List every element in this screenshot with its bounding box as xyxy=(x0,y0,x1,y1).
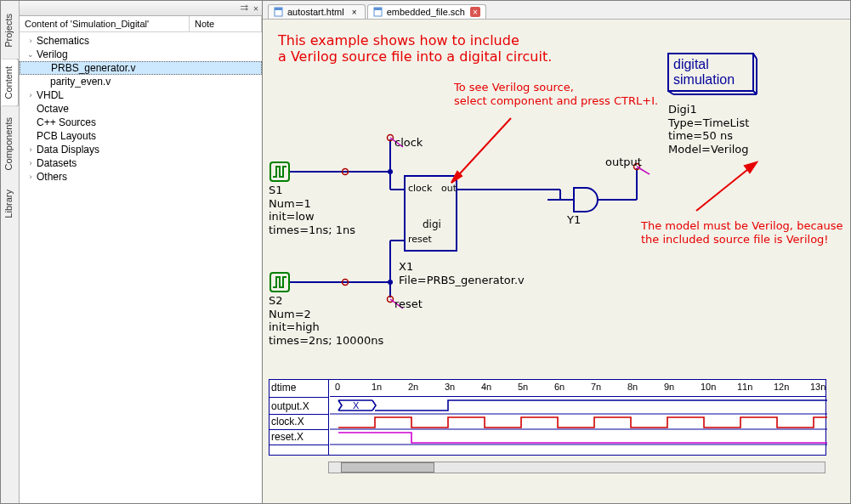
timing-waves: X xyxy=(330,397,827,446)
tree-item[interactable]: ›Schematics xyxy=(20,34,262,48)
editor-tab-label: embedded_file.sch xyxy=(387,7,465,17)
close-tab-icon[interactable]: × xyxy=(470,7,480,17)
port-reset: reset xyxy=(408,234,432,245)
timing-row-0: output.X xyxy=(271,400,309,412)
tree-col-note[interactable]: Note xyxy=(190,16,262,31)
tree-item-label: parity_even.v xyxy=(50,76,111,88)
content-panel: ⮆ ✕ Content of 'Simulation_Digital' Note… xyxy=(20,1,263,503)
side-tab-content[interactable]: Content xyxy=(1,59,19,107)
timing-tick: 6n xyxy=(554,382,564,392)
svg-text:X: X xyxy=(353,400,360,411)
timing-tick: 9n xyxy=(664,382,674,392)
s2-label: S2 Num=2 init=high times=2ns; 10000ns xyxy=(269,294,383,347)
timing-tick: 2n xyxy=(408,382,418,392)
timing-tick: 7n xyxy=(591,382,601,392)
timing-header-label: dtime xyxy=(271,382,296,394)
tree-item-label: Verilog xyxy=(37,48,68,60)
net-clock-label: clock xyxy=(394,136,423,150)
tree-item[interactable]: PCB Layouts xyxy=(20,129,262,143)
chevron-icon[interactable]: › xyxy=(26,173,35,181)
timing-scrollbar[interactable] xyxy=(328,462,825,473)
timing-tick: 13n xyxy=(810,382,825,392)
tree-item-label: Octave xyxy=(37,103,69,115)
main-area: autostart.html×embedded_file.sch× xyxy=(263,1,850,503)
panel-titlebar: ⮆ ✕ xyxy=(20,1,262,16)
schematic-canvas[interactable]: This example shows how to include a Veri… xyxy=(263,20,850,503)
file-icon xyxy=(373,7,383,17)
timing-tick: 10n xyxy=(701,382,716,392)
tree-item[interactable]: PRBS_generator.v xyxy=(20,61,262,75)
timing-tick: 8n xyxy=(627,382,638,392)
timing-row-2: reset.X xyxy=(271,431,304,443)
net-reset-label: reset xyxy=(394,297,423,311)
timing-tick: 12n xyxy=(774,382,789,392)
timing-diagram[interactable]: dtime output.X clock.X reset.X 01n2n3n4n… xyxy=(269,379,826,456)
digi-label: digi xyxy=(423,218,441,230)
tree-item[interactable]: ⌄Verilog xyxy=(20,48,262,61)
y1-label: Y1 xyxy=(567,213,581,227)
tree-header: Content of 'Simulation_Digital' Note xyxy=(20,16,262,32)
chevron-icon[interactable]: › xyxy=(26,159,35,167)
tree-item-label: Datasets xyxy=(37,157,77,169)
tree-item-label: PCB Layouts xyxy=(37,130,96,142)
port-out: out xyxy=(441,183,457,194)
file-icon xyxy=(274,7,284,17)
timing-tick: 1n xyxy=(372,382,382,392)
tip-text: To see Verilog source, select component … xyxy=(454,81,658,107)
tree-col-content[interactable]: Content of 'Simulation_Digital' xyxy=(20,16,190,31)
timing-scroll-thumb[interactable] xyxy=(341,462,434,473)
intro-text: This example shows how to include a Veri… xyxy=(278,32,552,65)
tree-item[interactable]: ›VHDL xyxy=(20,88,262,102)
chevron-icon[interactable]: › xyxy=(26,145,35,154)
app-window: Projects Content Components Library ⮆ ✕ … xyxy=(0,0,851,504)
pin-icon[interactable]: ⮆ xyxy=(240,3,248,13)
svg-line-32 xyxy=(451,118,511,183)
tree-item-label: Data Displays xyxy=(37,144,99,156)
editor-tab-label: autostart.html xyxy=(287,7,344,17)
timing-ticks: 01n2n3n4n5n6n7n8n9n10n11n12n13n xyxy=(330,380,825,397)
timing-tick: 11n xyxy=(737,382,752,392)
side-tabs: Projects Content Components Library xyxy=(1,1,20,503)
sim-box-line1: digital xyxy=(673,57,709,72)
tree-item[interactable]: parity_even.v xyxy=(20,75,262,88)
sim-params: Digi1 Type=TimeList time=50 ns Model=Ver… xyxy=(668,103,749,156)
tree-item-label: C++ Sources xyxy=(37,116,96,128)
model-note-text: The model must be Verilog, because the i… xyxy=(641,219,843,246)
editor-tab[interactable]: embedded_file.sch× xyxy=(367,4,486,19)
svg-rect-1 xyxy=(275,8,282,10)
tree-item[interactable]: C++ Sources xyxy=(20,116,262,129)
timing-row-1: clock.X xyxy=(271,416,304,428)
tree-item-label: Schematics xyxy=(37,35,89,47)
tree-item[interactable]: ›Datasets xyxy=(20,156,262,170)
sim-box-line2: simulation xyxy=(673,72,735,88)
s1-label: S1 Num=1 init=low times=1ns; 1ns xyxy=(269,184,355,236)
port-clock: clock xyxy=(408,183,432,194)
timing-tick: 4n xyxy=(481,382,491,392)
chevron-icon[interactable]: ⌄ xyxy=(26,50,35,59)
tree-item[interactable]: ›Others xyxy=(20,170,262,184)
x1-label: X1 File=PRBS_generator.v xyxy=(399,260,525,286)
tree-item[interactable]: ›Data Displays xyxy=(20,143,262,156)
svg-rect-3 xyxy=(374,8,382,10)
svg-point-18 xyxy=(388,169,393,174)
tree-item-label: PRBS_generator.v xyxy=(51,62,135,74)
timing-label-col: dtime output.X clock.X reset.X xyxy=(269,380,329,455)
svg-point-19 xyxy=(388,280,393,285)
editor-tab-bar: autostart.html×embedded_file.sch× xyxy=(263,1,850,20)
chevron-icon[interactable]: › xyxy=(26,91,35,99)
content-tree[interactable]: ›Schematics⌄VerilogPRBS_generator.vparit… xyxy=(20,32,262,503)
tree-item-label: VHDL xyxy=(37,89,64,101)
tree-item[interactable]: Octave xyxy=(20,102,262,116)
close-icon[interactable]: ✕ xyxy=(253,3,258,13)
chevron-icon[interactable]: › xyxy=(26,37,35,45)
side-tab-library[interactable]: Library xyxy=(1,182,19,226)
timing-tick: 0 xyxy=(335,382,340,392)
tree-item-label: Others xyxy=(37,171,67,183)
timing-tick: 5n xyxy=(518,382,528,392)
side-tab-components[interactable]: Components xyxy=(1,110,19,178)
close-tab-icon[interactable]: × xyxy=(349,7,360,17)
side-tab-projects[interactable]: Projects xyxy=(1,6,19,55)
net-output-label: output xyxy=(605,156,642,169)
timing-tick: 3n xyxy=(445,382,455,392)
editor-tab[interactable]: autostart.html× xyxy=(268,4,366,19)
